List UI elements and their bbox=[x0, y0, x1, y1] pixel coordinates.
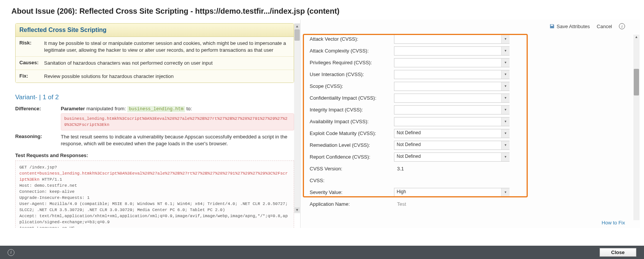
right-panel: Save Attributes Cancel i Attack Vector (… bbox=[300, 19, 640, 228]
attribute-label: Integrity Impact (CVSS): bbox=[307, 107, 394, 113]
attribute-select-wrap[interactable]: ▼ bbox=[394, 70, 512, 79]
how-to-fix-link[interactable]: How to Fix bbox=[602, 220, 625, 226]
req-http: HTTP/1.1 bbox=[42, 177, 62, 182]
attribute-label: Application Name: bbox=[307, 201, 394, 207]
scroll-up-icon[interactable]: ▲ bbox=[634, 35, 639, 40]
attribute-row: Remediation Level (CVSS):Not Defined▼ bbox=[307, 139, 625, 151]
test-requests-heading: Test Requests and Responses: bbox=[15, 153, 294, 158]
attribute-row: Confidentiality Impact (CVSS):▼ bbox=[307, 92, 625, 104]
fix-label: Fix: bbox=[19, 73, 44, 80]
attribute-label: Report Confidence (CVSS): bbox=[307, 154, 394, 160]
attribute-select[interactable] bbox=[394, 94, 510, 103]
chevron-down-icon[interactable]: ▼ bbox=[501, 70, 510, 79]
issue-risk-row: Risk: It may be possible to steal or man… bbox=[16, 37, 294, 57]
attribute-select-wrap[interactable]: ▼ bbox=[394, 46, 512, 56]
cancel-button[interactable]: Cancel bbox=[597, 24, 612, 29]
attribute-select[interactable] bbox=[394, 82, 510, 91]
close-button[interactable]: Close bbox=[600, 248, 636, 257]
attribute-row: Attack Vector (CVSS):▼ bbox=[307, 33, 625, 45]
attribute-select-wrap[interactable]: High▼ bbox=[394, 188, 512, 197]
attribute-select-wrap[interactable]: ▼ bbox=[394, 117, 512, 126]
attribute-select[interactable] bbox=[394, 46, 510, 56]
attribute-label: CVSS: bbox=[307, 178, 394, 183]
attribute-label: Availability Impact (CVSS): bbox=[307, 119, 394, 124]
attribute-select[interactable] bbox=[394, 117, 510, 126]
attribute-label: Attack Complexity (CVSS): bbox=[307, 48, 394, 54]
attribute-label: Privileges Required (CVSS): bbox=[307, 60, 394, 65]
difference-label: Difference: bbox=[15, 106, 61, 130]
attribute-select-wrap[interactable]: ▼ bbox=[394, 94, 512, 103]
footer-info-icon[interactable]: i bbox=[8, 249, 14, 256]
scroll-up-icon[interactable]: ▲ bbox=[294, 24, 300, 29]
reasoning-text: The test result seems to indicate a vuln… bbox=[61, 133, 294, 147]
attribute-select[interactable] bbox=[394, 58, 510, 67]
footer-bar: i Close bbox=[0, 246, 644, 259]
req-rest: Host: demo.testfire.net Connection: keep… bbox=[19, 183, 290, 228]
request-box: GET /index.jsp? content=business_lending… bbox=[15, 160, 294, 228]
attribute-select[interactable] bbox=[394, 105, 510, 114]
difference-from-code: business_lending.htm bbox=[127, 106, 185, 112]
chevron-down-icon[interactable]: ▼ bbox=[501, 47, 510, 55]
chevron-down-icon[interactable]: ▼ bbox=[501, 94, 510, 102]
attribute-row: Exploit Code Maturity (CVSS):Not Defined… bbox=[307, 127, 625, 139]
difference-row: Difference: Parameter manipulated from: … bbox=[15, 106, 294, 130]
chevron-down-icon[interactable]: ▼ bbox=[501, 188, 510, 197]
variant-title: Variant- | 1 of 2 bbox=[15, 94, 294, 101]
attribute-select-wrap[interactable]: ▼ bbox=[394, 35, 512, 44]
attribute-select[interactable]: Not Defined bbox=[394, 141, 510, 150]
attribute-value: 3.1 bbox=[394, 166, 404, 172]
attribute-select-wrap[interactable]: ▼ bbox=[394, 105, 512, 114]
issue-causes-row: Causes: Sanitation of hazardous characte… bbox=[16, 57, 294, 70]
attribute-select-wrap[interactable]: Not Defined▼ bbox=[394, 153, 512, 162]
right-scrollbar[interactable]: ▲ bbox=[633, 35, 639, 220]
attribute-select-wrap[interactable]: ▼ bbox=[394, 82, 512, 91]
save-attributes-button[interactable]: Save Attributes bbox=[549, 24, 590, 29]
chevron-down-icon[interactable]: ▼ bbox=[501, 59, 510, 67]
attribute-row: Availability Impact (CVSS):▼ bbox=[307, 116, 625, 127]
attribute-select[interactable]: High bbox=[394, 188, 510, 197]
issue-fix-row: Fix: Review possible solutions for hazar… bbox=[16, 70, 294, 83]
scroll-down-icon[interactable]: ▼ bbox=[294, 207, 300, 213]
risk-label: Risk: bbox=[19, 40, 44, 53]
info-icon[interactable]: i bbox=[619, 23, 625, 29]
chevron-down-icon[interactable]: ▼ bbox=[501, 141, 510, 149]
attribute-select[interactable] bbox=[394, 35, 510, 44]
difference-content: Parameter manipulated from: business_len… bbox=[61, 106, 294, 130]
scroll-thumb[interactable] bbox=[294, 29, 300, 41]
scroll-thumb[interactable] bbox=[634, 69, 639, 95]
attribute-select-wrap[interactable]: Not Defined▼ bbox=[394, 141, 512, 150]
risk-value: It may be possible to steal or manipulat… bbox=[44, 40, 290, 53]
chevron-down-icon[interactable]: ▼ bbox=[501, 82, 510, 91]
req-line1: GET /index.jsp? bbox=[19, 165, 57, 170]
attribute-label: Attack Vector (CVSS): bbox=[307, 36, 394, 42]
issue-summary-box: Reflected Cross Site Scripting Risk: It … bbox=[15, 23, 294, 83]
causes-value: Sanitation of hazardous characters was n… bbox=[44, 60, 290, 67]
right-toolbar: Save Attributes Cancel i bbox=[301, 19, 640, 33]
chevron-down-icon[interactable]: ▼ bbox=[501, 153, 510, 161]
attribute-row: CVSS: bbox=[307, 175, 625, 186]
difference-to-label: to: bbox=[187, 106, 192, 111]
attribute-label: Remediation Level (CVSS): bbox=[307, 142, 394, 148]
save-icon bbox=[549, 24, 555, 29]
attribute-select-wrap[interactable]: Not Defined▼ bbox=[394, 129, 512, 138]
difference-prefix: Parameter bbox=[61, 106, 85, 111]
chevron-down-icon[interactable]: ▼ bbox=[501, 35, 510, 43]
attribute-select[interactable]: Not Defined bbox=[394, 153, 510, 162]
attribute-label: Exploit Code Maturity (CVSS): bbox=[307, 130, 394, 136]
attributes-area: Attack Vector (CVSS):▼Attack Complexity … bbox=[301, 33, 640, 210]
chevron-down-icon[interactable]: ▼ bbox=[501, 129, 510, 138]
attribute-select[interactable] bbox=[394, 70, 510, 79]
attribute-row: Privileges Required (CVSS):▼ bbox=[307, 57, 625, 68]
left-scrollbar[interactable]: ▲ ▼ bbox=[294, 23, 300, 213]
chevron-down-icon[interactable]: ▼ bbox=[501, 106, 510, 114]
issue-header: Reflected Cross Site Scripting bbox=[16, 24, 294, 37]
left-panel: Reflected Cross Site Scripting Risk: It … bbox=[4, 19, 300, 228]
attribute-select-wrap[interactable]: ▼ bbox=[394, 58, 512, 67]
attribute-label: Severity Value: bbox=[307, 189, 394, 195]
attribute-row: Attack Complexity (CVSS):▼ bbox=[307, 45, 625, 57]
attribute-select[interactable]: Not Defined bbox=[394, 129, 510, 138]
chevron-down-icon[interactable]: ▼ bbox=[501, 118, 510, 126]
attribute-row: Severity Value:High▼ bbox=[307, 186, 625, 198]
attribute-row: CVSS Version:3.1 bbox=[307, 163, 625, 175]
attribute-label: CVSS Version: bbox=[307, 166, 394, 172]
